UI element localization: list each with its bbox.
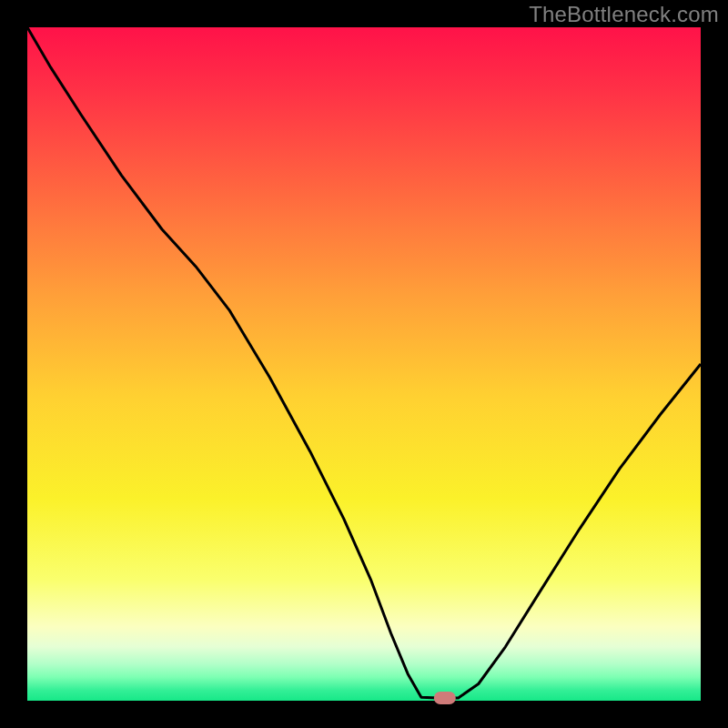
bottleneck-chart: [0, 0, 728, 728]
chart-frame: TheBottleneck.com: [0, 0, 728, 728]
watermark-text: TheBottleneck.com: [529, 2, 719, 27]
optimal-marker: [434, 692, 456, 704]
gradient-background: [27, 27, 701, 701]
